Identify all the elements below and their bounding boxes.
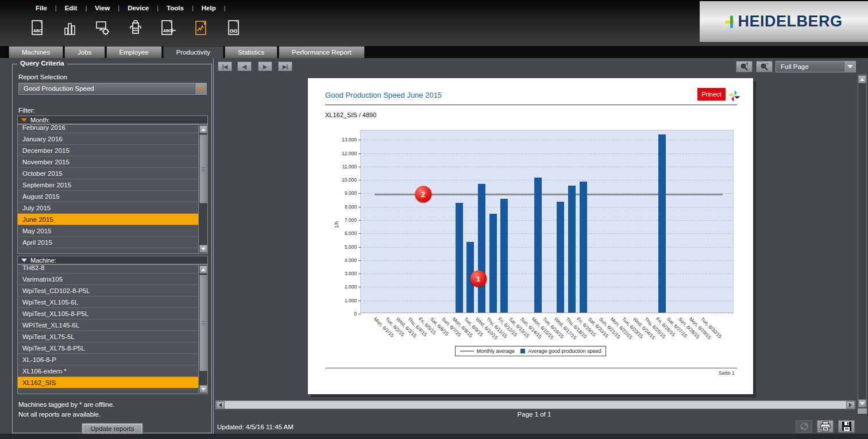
save-icon[interactable] xyxy=(838,420,855,433)
scrollbar-thumb[interactable] xyxy=(199,134,207,203)
tab-bar: MachinesJobsEmployeeProductivityStatisti… xyxy=(0,46,868,58)
zoom-out-icon[interactable] xyxy=(756,61,773,72)
scroll-down-icon[interactable] xyxy=(858,399,866,407)
scroll-down-icon[interactable] xyxy=(199,245,207,253)
gridline xyxy=(361,260,733,261)
chevron-down-icon[interactable] xyxy=(195,83,206,94)
prinect-badge: Prinect xyxy=(697,88,726,101)
scroll-up-icon[interactable] xyxy=(858,75,866,83)
bar-chart-icon[interactable] xyxy=(61,18,79,38)
scrollbar-corner xyxy=(858,409,867,414)
month-item[interactable]: May 2015 xyxy=(18,225,198,237)
month-item[interactable]: November 2015 xyxy=(18,156,198,168)
legend-item: Monthly average xyxy=(460,348,515,354)
month-item[interactable]: August 2015 xyxy=(18,191,198,202)
first-page-button[interactable]: |◀ xyxy=(218,61,232,71)
menu-item-tools[interactable]: Tools xyxy=(159,3,192,13)
machine-section-header[interactable]: Machine: xyxy=(17,256,208,264)
scroll-left-icon[interactable] xyxy=(216,401,225,409)
footer-divider xyxy=(325,368,737,368)
machine-item[interactable]: XL106-extern * xyxy=(18,365,198,377)
menu-item-device[interactable]: Device xyxy=(119,3,157,13)
heidelberg-logo-text: HEIDELBERG xyxy=(738,13,842,30)
press-machine-icon[interactable] xyxy=(127,18,144,38)
menu-item-file[interactable]: File xyxy=(28,3,55,13)
scroll-down-icon[interactable] xyxy=(199,385,207,393)
top-bar: File|Edit|View|Device|Tools|Help| ABC AB… xyxy=(0,0,868,46)
month-item[interactable]: January 2016 xyxy=(18,133,198,145)
machine-item[interactable]: XL-106-8-P xyxy=(18,354,198,365)
update-reports-button[interactable]: Update reports xyxy=(82,423,143,434)
machine-list-scrollbar[interactable] xyxy=(198,265,207,394)
y-tick-mark xyxy=(358,207,361,207)
month-item[interactable]: July 2015 xyxy=(18,202,198,214)
tab-jobs[interactable]: Jobs xyxy=(64,46,105,58)
y-tick-label: 8.000 xyxy=(345,204,357,210)
next-page-button[interactable]: ▶ xyxy=(258,61,272,71)
machine-item[interactable]: TH82-8 xyxy=(18,264,198,274)
report-document-icon[interactable]: ABC xyxy=(29,18,46,38)
machine-item[interactable]: XL162_SIS xyxy=(18,377,198,388)
machine-item[interactable]: WPITest_XL145-6L xyxy=(18,319,198,331)
y-tick-label: 2.000 xyxy=(345,284,357,290)
performance-report-icon[interactable] xyxy=(192,18,210,38)
chevron-down-icon[interactable] xyxy=(844,61,855,72)
zoom-in-icon[interactable] xyxy=(736,61,753,72)
horizontal-scrollbar[interactable] xyxy=(215,401,855,409)
filter-label: Filter: xyxy=(18,107,35,114)
offline-notes: Machines tagged by * are offline. Not al… xyxy=(18,400,114,419)
report-selection-dropdown[interactable]: Good Production Speed xyxy=(18,83,207,95)
month-list-scrollbar[interactable] xyxy=(198,125,207,253)
y-tick-label: 4.000 xyxy=(345,257,357,263)
bar-Mon-6-8-15 xyxy=(456,203,463,313)
gridline xyxy=(361,180,733,180)
month-item[interactable]: February 2016 xyxy=(18,124,198,133)
vertical-scrollbar[interactable] xyxy=(858,74,867,409)
menu-item-view[interactable]: View xyxy=(87,3,118,13)
machine-item[interactable]: WpiTest_XL75-5L xyxy=(18,331,198,342)
legend-line-swatch xyxy=(460,351,474,352)
month-item[interactable]: April 2015 xyxy=(18,237,198,248)
last-page-button[interactable]: ▶| xyxy=(278,61,292,71)
month-section-header[interactable]: Month: xyxy=(17,115,208,124)
menu-item-edit[interactable]: Edit xyxy=(57,3,86,13)
prinect-logo-icon xyxy=(728,90,740,102)
scroll-up-icon[interactable] xyxy=(199,125,207,133)
bar-Wed-6-10-15 xyxy=(478,184,485,313)
tab-performance-report[interactable]: Performance Report xyxy=(279,46,365,58)
machine-list: TH82-8Varimatrix105WpiTest_CD102-8-P5LWp… xyxy=(17,264,208,394)
heidelberg-logo-mark xyxy=(725,14,736,29)
annotation-circle-2: 2 xyxy=(415,186,431,202)
month-item[interactable]: December 2015 xyxy=(18,145,198,156)
bar-Mon-6-15-15 xyxy=(534,178,542,313)
scrollbar-thumb[interactable] xyxy=(199,275,207,371)
document-import-icon[interactable]: ABC xyxy=(160,18,177,38)
tab-machines[interactable]: Machines xyxy=(9,46,63,58)
gridline xyxy=(361,220,733,221)
previous-page-button[interactable]: ◀ xyxy=(237,61,252,71)
gridline xyxy=(361,287,733,287)
scroll-right-icon[interactable] xyxy=(846,401,855,409)
month-item[interactable]: June 2015 xyxy=(18,214,198,225)
computer-settings-icon[interactable] xyxy=(94,18,111,38)
month-item[interactable]: October 2015 xyxy=(18,168,198,179)
note-line: Not all reports are available. xyxy=(18,410,114,419)
y-tick-mark xyxy=(358,180,361,180)
process-document-icon[interactable] xyxy=(225,18,242,38)
gridline xyxy=(361,233,733,234)
tab-employee[interactable]: Employee xyxy=(106,46,162,58)
machine-item[interactable]: WpiTest_XL105-8-P5L xyxy=(18,308,198,319)
machine-item[interactable]: WpiTest_XL75-8-P5L xyxy=(18,342,198,354)
zoom-level-dropdown[interactable]: Full Page xyxy=(776,61,856,72)
gridline xyxy=(361,301,733,301)
scroll-up-icon[interactable] xyxy=(199,265,207,274)
print-icon[interactable] xyxy=(817,420,834,433)
tab-statistics[interactable]: Statistics xyxy=(225,46,277,58)
machine-item[interactable]: WpiTest_XL105-6L xyxy=(18,296,198,308)
machine-item[interactable]: Varimatrix105 xyxy=(18,274,198,285)
menu-item-help[interactable]: Help xyxy=(194,3,224,13)
month-item[interactable]: September 2015 xyxy=(18,179,198,191)
machine-item[interactable]: WpiTest_CD102-8-P5L xyxy=(18,285,198,296)
tab-productivity[interactable]: Productivity xyxy=(163,46,223,58)
y-tick-mark xyxy=(358,314,361,314)
